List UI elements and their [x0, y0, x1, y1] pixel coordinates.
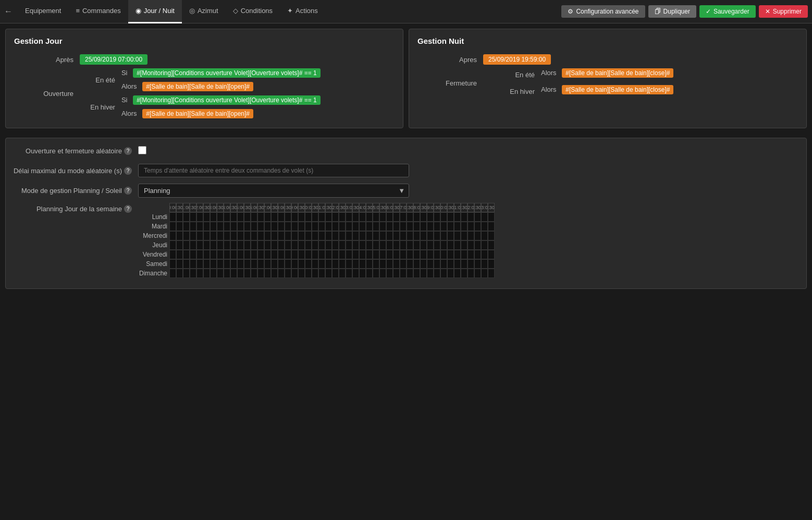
grid-cell[interactable]	[278, 222, 285, 231]
delai-help-icon[interactable]: ?	[124, 167, 132, 175]
grid-cell[interactable]	[461, 240, 467, 250]
grid-cell[interactable]	[366, 212, 373, 222]
grid-cell[interactable]	[244, 212, 251, 222]
grid-cell[interactable]	[386, 222, 393, 231]
grid-cell[interactable]	[481, 231, 488, 240]
grid-cell[interactable]	[318, 259, 325, 269]
grid-cell[interactable]	[379, 212, 386, 222]
grid-cell[interactable]	[346, 250, 352, 259]
tab-commandes[interactable]: ≡ Commandes	[68, 0, 128, 23]
grid-cell[interactable]	[407, 231, 413, 240]
grid-cell[interactable]	[488, 231, 495, 240]
grid-cell[interactable]	[447, 240, 454, 250]
grid-cell[interactable]	[467, 259, 474, 269]
grid-cell[interactable]	[237, 259, 244, 269]
grid-cell[interactable]	[420, 240, 427, 250]
grid-cell[interactable]	[210, 231, 217, 240]
grid-cell[interactable]	[217, 269, 224, 278]
grid-cell[interactable]	[427, 212, 434, 222]
grid-cell[interactable]	[407, 269, 413, 278]
grid-cell[interactable]	[481, 250, 488, 259]
grid-cell[interactable]	[291, 240, 298, 250]
mode-help-icon[interactable]: ?	[124, 187, 132, 195]
grid-cell[interactable]	[413, 212, 420, 222]
grid-cell[interactable]	[373, 259, 379, 269]
grid-cell[interactable]	[352, 269, 359, 278]
grid-cell[interactable]	[203, 269, 210, 278]
grid-cell[interactable]	[413, 231, 420, 240]
grid-cell[interactable]	[285, 212, 291, 222]
grid-cell[interactable]	[352, 222, 359, 231]
grid-cell[interactable]	[257, 231, 264, 240]
grid-cell[interactable]	[251, 250, 257, 259]
grid-cell[interactable]	[461, 259, 467, 269]
grid-cell[interactable]	[183, 240, 190, 250]
grid-cell[interactable]	[271, 212, 278, 222]
grid-cell[interactable]	[420, 231, 427, 240]
grid-cell[interactable]	[339, 240, 346, 250]
grid-cell[interactable]	[467, 212, 474, 222]
grid-cell[interactable]	[230, 259, 237, 269]
grid-cell[interactable]	[176, 240, 183, 250]
grid-cell[interactable]	[407, 240, 413, 250]
grid-cell[interactable]	[271, 250, 278, 259]
grid-cell[interactable]	[183, 222, 190, 231]
grid-cell[interactable]	[467, 222, 474, 231]
grid-cell[interactable]	[447, 259, 454, 269]
grid-cell[interactable]	[346, 259, 352, 269]
grid-cell[interactable]	[461, 222, 467, 231]
grid-cell[interactable]	[312, 250, 318, 259]
grid-cell[interactable]	[440, 269, 447, 278]
grid-cell[interactable]	[427, 269, 434, 278]
grid-cell[interactable]	[183, 212, 190, 222]
grid-cell[interactable]	[230, 212, 237, 222]
grid-cell[interactable]	[264, 231, 271, 240]
grid-cell[interactable]	[224, 250, 230, 259]
grid-cell[interactable]	[447, 222, 454, 231]
grid-cell[interactable]	[400, 259, 407, 269]
grid-cell[interactable]	[183, 259, 190, 269]
grid-cell[interactable]	[257, 222, 264, 231]
grid-cell[interactable]	[291, 250, 298, 259]
grid-cell[interactable]	[440, 222, 447, 231]
grid-cell[interactable]	[183, 231, 190, 240]
grid-cell[interactable]	[176, 269, 183, 278]
grid-cell[interactable]	[346, 212, 352, 222]
grid-cell[interactable]	[481, 240, 488, 250]
grid-cell[interactable]	[312, 259, 318, 269]
grid-cell[interactable]	[244, 259, 251, 269]
grid-cell[interactable]	[285, 240, 291, 250]
grid-cell[interactable]	[461, 212, 467, 222]
grid-cell[interactable]	[413, 222, 420, 231]
grid-cell[interactable]	[481, 269, 488, 278]
grid-cell[interactable]	[386, 240, 393, 250]
grid-cell[interactable]	[196, 222, 203, 231]
grid-cell[interactable]	[190, 259, 196, 269]
grid-cell[interactable]	[386, 250, 393, 259]
tab-equipement[interactable]: Equipement	[18, 0, 68, 23]
grid-cell[interactable]	[230, 269, 237, 278]
grid-cell[interactable]	[318, 250, 325, 259]
grid-cell[interactable]	[434, 222, 440, 231]
grid-cell[interactable]	[420, 250, 427, 259]
grid-cell[interactable]	[467, 240, 474, 250]
grid-cell[interactable]	[359, 231, 366, 240]
grid-cell[interactable]	[169, 269, 176, 278]
grid-cell[interactable]	[224, 259, 230, 269]
grid-cell[interactable]	[298, 250, 305, 259]
tab-actions[interactable]: ✦ Actions	[280, 0, 325, 23]
grid-cell[interactable]	[434, 259, 440, 269]
grid-cell[interactable]	[230, 222, 237, 231]
grid-cell[interactable]	[237, 240, 244, 250]
grid-cell[interactable]	[366, 259, 373, 269]
grid-cell[interactable]	[373, 250, 379, 259]
grid-cell[interactable]	[373, 212, 379, 222]
grid-cell[interactable]	[312, 231, 318, 240]
grid-cell[interactable]	[373, 269, 379, 278]
grid-cell[interactable]	[298, 269, 305, 278]
grid-cell[interactable]	[230, 250, 237, 259]
grid-cell[interactable]	[203, 240, 210, 250]
grid-cell[interactable]	[325, 250, 332, 259]
grid-cell[interactable]	[488, 259, 495, 269]
grid-cell[interactable]	[251, 240, 257, 250]
